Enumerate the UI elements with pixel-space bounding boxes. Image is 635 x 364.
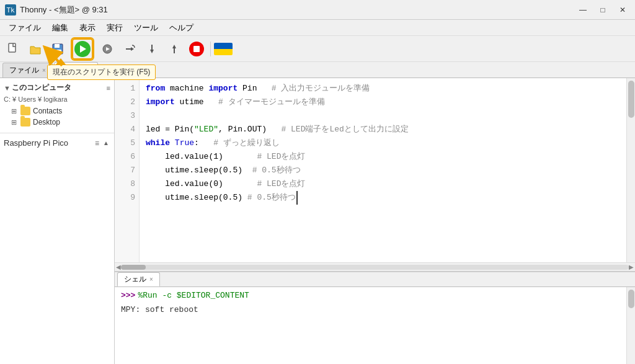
computer-section-header[interactable]: ▼ このコンピュータ ≡ — [0, 81, 114, 95]
shell-command: %Run -c $EDITOR_CONTENT — [138, 291, 249, 300]
code-line-7: utime.sleep(0.5) # 0.5秒待つ — [146, 164, 629, 177]
line-num-3: 3 — [115, 109, 139, 123]
computer-expand-icon: ▼ — [4, 84, 11, 92]
hscroll-track — [121, 265, 629, 270]
comment-5: # ずっと繰り返し — [213, 136, 280, 150]
menu-edit[interactable]: 編集 — [47, 21, 73, 35]
debug-button[interactable] — [97, 38, 118, 60]
arrow-indicator — [38, 40, 72, 75]
kw-from: from — [146, 82, 165, 95]
code-line-6: led.value(1) # LEDを点灯 — [146, 150, 629, 164]
code-content[interactable]: from machine import Pin # 入出力モジュールを準備 im… — [140, 78, 635, 262]
menu-file[interactable]: ファイル — [4, 21, 46, 35]
computer-path: C: ¥ Users ¥ logikara — [0, 95, 114, 105]
kw-import-1: import — [208, 82, 238, 95]
comment-1: # 入出力モジュールを準備 — [272, 82, 370, 95]
sidebar-item-desktop[interactable]: ⊞ Desktop — [0, 117, 114, 128]
code-horizontal-scrollbar[interactable]: ◀ ▶ — [115, 262, 635, 271]
shell-tab-label: シェル — [124, 274, 146, 285]
svg-rect-2 — [9, 43, 16, 52]
shell-prompt-line: >>> %Run -c $EDITOR_CONTENT — [121, 291, 629, 300]
kw-while: while — [146, 136, 170, 150]
code-editor: 1 2 3 4 5 6 7 8 9 from machine i — [115, 78, 635, 271]
comment-4: # LED端子をLedとして出力に設定 — [281, 123, 408, 136]
comment-7: # 0.5秒待つ — [252, 164, 301, 177]
close-button[interactable]: ✕ — [615, 4, 630, 16]
minimize-button[interactable]: — — [575, 4, 590, 16]
menu-view[interactable]: 表示 — [74, 21, 100, 35]
shell-scrollbar-thumb[interactable] — [628, 290, 634, 308]
ukraine-flag — [214, 43, 233, 55]
shell-content[interactable]: >>> %Run -c $EDITOR_CONTENT MPY: soft re… — [115, 287, 635, 364]
shell-area: シェル × >>> %Run -c $EDITOR_CONTENT MPY: s… — [115, 271, 635, 364]
line-num-4: 4 — [115, 123, 139, 136]
code-line-9: utime.sleep(0.5) # 0.5秒待つ — [146, 191, 629, 205]
line-num-5: 5 — [115, 136, 139, 150]
code-line-2: import utime # タイマーモジュールを準備 — [146, 95, 629, 109]
code-line-5: while True : # ずっと繰り返し — [146, 136, 629, 150]
desktop-folder-icon — [20, 118, 30, 127]
computer-section: ▼ このコンピュータ ≡ C: ¥ Users ¥ logikara ⊞ Con… — [0, 78, 114, 130]
menu-run[interactable]: 実行 — [102, 21, 128, 35]
run-icon — [74, 41, 91, 57]
computer-section-title: このコンピュータ — [12, 82, 107, 93]
svg-text:Tk: Tk — [6, 6, 15, 14]
shell-tab[interactable]: シェル × — [117, 272, 160, 286]
comment-9: # 0.5秒待つ — [247, 191, 296, 205]
kw-import-2: import — [146, 95, 175, 109]
app-icon: Tk — [5, 4, 16, 16]
rpi-section[interactable]: Raspberry Pi Pico ≡ ▲ — [0, 136, 114, 150]
main-layout: ▼ このコンピュータ ≡ C: ¥ Users ¥ logikara ⊞ Con… — [0, 78, 635, 364]
menu-tools[interactable]: ツール — [129, 21, 163, 35]
comment-6: # LEDを点灯 — [257, 150, 305, 164]
desktop-label: Desktop — [33, 118, 60, 127]
code-line-8: led.value(0) # LEDを点灯 — [146, 177, 629, 191]
line-num-9: 9 — [115, 191, 139, 205]
title-bar: Tk Thonny - <無題> @ 9:31 — □ ✕ — [0, 0, 635, 20]
sidebar-item-contacts[interactable]: ⊞ Contacts — [0, 105, 114, 117]
window-controls: — □ ✕ — [575, 4, 630, 16]
sidebar: ▼ このコンピュータ ≡ C: ¥ Users ¥ logikara ⊞ Con… — [0, 78, 115, 364]
contacts-label: Contacts — [33, 107, 62, 115]
stop-button[interactable] — [186, 38, 207, 60]
right-panel: 1 2 3 4 5 6 7 8 9 from machine i — [115, 78, 635, 364]
scroll-up-icon[interactable]: ▲ — [102, 139, 110, 148]
hscroll-thumb[interactable] — [121, 265, 146, 270]
line-num-7: 7 — [115, 164, 139, 177]
line-num-6: 6 — [115, 150, 139, 164]
code-line-1: from machine import Pin # 入出力モジュールを準備 — [146, 82, 629, 95]
code-scrollbar-thumb[interactable] — [628, 81, 634, 118]
toolbar-separator — [210, 42, 211, 56]
kw-true: True — [175, 136, 194, 150]
collapse-icon[interactable]: ≡ — [107, 84, 110, 92]
hscroll-left-arrow[interactable]: ◀ — [116, 264, 121, 270]
menu-help[interactable]: ヘルプ — [164, 21, 198, 35]
desktop-expand-icon: ⊞ — [11, 118, 17, 127]
shell-tab-close[interactable]: × — [149, 276, 153, 283]
new-file-button[interactable] — [2, 38, 24, 60]
line-num-8: 8 — [115, 177, 139, 191]
shell-scrollbar[interactable] — [626, 287, 635, 364]
toolbar: 現在のスクリプトを実行 (F5) — [0, 36, 635, 62]
contacts-folder-icon — [20, 107, 30, 115]
step-into-button[interactable] — [141, 38, 162, 60]
shell-output: MPY: soft reboot — [121, 305, 629, 314]
code-vertical-scrollbar[interactable] — [626, 78, 635, 262]
svg-marker-10 — [172, 45, 176, 48]
code-line-4: led = Pin( "LED" , Pin.OUT) # LED端子をLedと… — [146, 123, 629, 136]
sidebar-divider — [0, 133, 114, 133]
contacts-expand-icon: ⊞ — [11, 107, 17, 115]
rpi-scroll-arrows: ▲ — [102, 139, 110, 148]
hscroll-right-arrow[interactable]: ▶ — [629, 264, 634, 270]
step-out-button[interactable] — [164, 38, 185, 60]
comment-2: # タイマーモジュールを準備 — [218, 95, 325, 109]
menu-bar: ファイル 編集 表示 実行 ツール ヘルプ — [0, 20, 635, 36]
line-num-1: 1 — [115, 82, 139, 95]
rpi-section-title: Raspberry Pi Pico — [4, 138, 92, 148]
step-over-button[interactable] — [119, 38, 140, 60]
run-button[interactable] — [72, 38, 93, 60]
line-numbers: 1 2 3 4 5 6 7 8 9 — [115, 78, 140, 262]
maximize-button[interactable]: □ — [595, 4, 610, 16]
svg-marker-8 — [131, 47, 134, 51]
code-area: 1 2 3 4 5 6 7 8 9 from machine i — [115, 78, 635, 262]
